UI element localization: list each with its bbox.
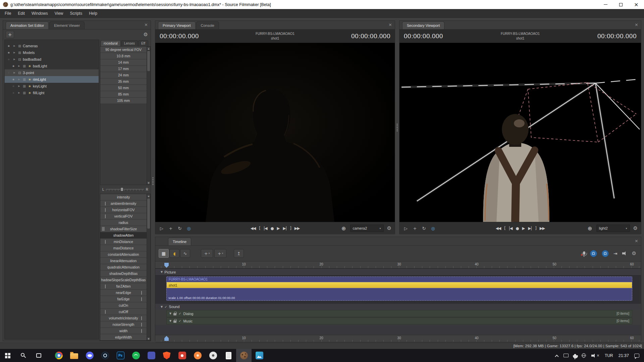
spotify-icon[interactable]: [128, 349, 144, 362]
secondary-viewport-canvas[interactable]: [399, 43, 641, 222]
play-tool-icon[interactable]: ▷: [159, 226, 165, 231]
camera-selector[interactable]: light2 ▾: [596, 225, 630, 232]
clip-start-button[interactable]: [: [504, 226, 505, 231]
play-tool-icon[interactable]: ▷: [403, 226, 409, 231]
collapse-arrow-icon[interactable]: ▼: [161, 270, 163, 274]
frame-back-button[interactable]: |◀: [509, 226, 513, 231]
expand-arrow-icon[interactable]: ▶: [12, 71, 16, 74]
attribute-slider[interactable]: constantAttenuation: [100, 251, 147, 258]
menu-file[interactable]: File: [1, 9, 14, 17]
sound-track-dialog[interactable]: ▼ ✓ Dialog [0 items]: [166, 310, 632, 317]
steam-icon[interactable]: [97, 349, 113, 362]
lens-preset[interactable]: 105 mm: [100, 98, 147, 104]
maximize-button[interactable]: [613, 0, 629, 9]
gear-icon[interactable]: ⚙: [144, 32, 148, 37]
photos-icon[interactable]: [252, 349, 267, 362]
filmstrip-mode-button[interactable]: ▦: [159, 249, 169, 258]
expand-toggle-icon[interactable]: ⊞: [22, 84, 26, 88]
promote-button[interactable]: ↥: [234, 249, 244, 258]
check-icon[interactable]: ✓: [178, 319, 181, 323]
expand-arrow-icon[interactable]: ▶: [12, 45, 16, 47]
orbit-tool-icon[interactable]: ◎: [186, 226, 192, 231]
discord-icon[interactable]: [82, 349, 97, 362]
play-button[interactable]: ▶: [522, 226, 525, 231]
visibility-eye-icon[interactable]: ◉: [6, 71, 11, 74]
rotate-tool-icon[interactable]: ↻: [421, 226, 427, 231]
attribute-slider[interactable]: cutOff: [100, 309, 147, 315]
attribute-slider[interactable]: farZAtten: [100, 283, 147, 290]
tab-element-viewer[interactable]: Element Viewer: [49, 21, 85, 29]
tab-procedural[interactable]: rocedural: [101, 40, 121, 46]
microphone-icon[interactable]: [583, 251, 585, 256]
timeline-ruler-top[interactable]: 102030405060: [155, 261, 641, 268]
expand-arrow-icon[interactable]: ▶: [12, 51, 16, 54]
scroll-down-icon[interactable]: ▼: [147, 337, 150, 341]
tree-item-rimlight[interactable]: ◉ ▶ ⊞ ☀ rimLight: [5, 76, 99, 83]
frame-back-button[interactable]: |◀: [264, 226, 267, 231]
attribute-slider[interactable]: quadraticAttenuation: [100, 264, 147, 270]
shot-clip[interactable]: shot1: [167, 282, 632, 288]
orange-app-icon[interactable]: [190, 349, 205, 362]
scroll-up-icon[interactable]: ▲: [147, 47, 150, 50]
rewind-button[interactable]: ◀◀: [496, 226, 501, 231]
check-icon[interactable]: ✓: [178, 312, 181, 315]
timeline-ruler-bottom[interactable]: 102030405060: [155, 335, 641, 342]
attribute-slider[interactable]: shadowFilterSize: [100, 226, 147, 232]
sound-track-music[interactable]: ▼ ✓ Music [0 items]: [166, 317, 632, 324]
menu-windows[interactable]: Windows: [28, 9, 51, 17]
language-indicator[interactable]: TUR: [602, 349, 616, 362]
expand-arrow-icon[interactable]: ▶: [17, 65, 21, 67]
attribute-slider[interactable]: noiseStrength: [100, 321, 147, 328]
search-button[interactable]: [15, 349, 31, 362]
close-panel-icon[interactable]: ×: [388, 22, 392, 27]
notepad-icon[interactable]: [221, 349, 236, 362]
graph-mode-button[interactable]: ∿: [180, 249, 190, 258]
record-button[interactable]: ●: [516, 226, 519, 231]
photoshop-icon[interactable]: Ps: [113, 349, 128, 362]
collapse-arrow-icon[interactable]: ▼: [169, 312, 171, 315]
headphones-icon[interactable]: Ω: [590, 250, 597, 257]
menu-view[interactable]: View: [51, 9, 67, 17]
visibility-eye-icon[interactable]: ◉: [6, 45, 11, 47]
expand-toggle-icon[interactable]: ⊟: [17, 58, 22, 61]
menu-edit[interactable]: Edit: [14, 9, 28, 17]
tree-item-keylight[interactable]: ◉ ▶ ⊞ ☀ keyLight: [5, 83, 99, 89]
playhead[interactable]: [164, 263, 169, 268]
expand-arrow-icon[interactable]: ▶: [12, 58, 16, 61]
task-view-button[interactable]: [31, 349, 46, 362]
gear-icon[interactable]: ⚙: [633, 226, 638, 231]
rotate-tool-icon[interactable]: ↻: [177, 226, 183, 231]
menu-scripts[interactable]: Scripts: [67, 9, 86, 17]
attribute-slider[interactable]: verticalFOV: [100, 213, 147, 220]
tab-primary-viewport[interactable]: Primary Viewport: [158, 21, 196, 29]
attribute-slider[interactable]: farEdge: [100, 296, 147, 302]
attribute-slider[interactable]: linearAttenuation: [100, 258, 147, 264]
attribute-scrollbar[interactable]: ▲ ▼: [147, 194, 150, 341]
expand-arrow-icon[interactable]: ▶: [17, 78, 21, 81]
attribute-slider[interactable]: minDistance: [100, 239, 147, 245]
playhead[interactable]: [164, 336, 169, 341]
minimize-button[interactable]: [598, 0, 613, 9]
lens-scrollbar[interactable]: ▲ ▼: [147, 47, 150, 185]
attribute-slider[interactable]: volumetricIntensity: [100, 315, 147, 321]
lens-preset[interactable]: 50 mm: [100, 85, 147, 91]
chrome-icon[interactable]: [51, 349, 66, 362]
attribute-slider[interactable]: nearEdge: [100, 290, 147, 296]
add-keyframe-button[interactable]: +▾: [201, 249, 213, 258]
network-tray-icon[interactable]: [579, 349, 589, 362]
brave-icon[interactable]: [159, 349, 174, 362]
collapse-arrow-icon[interactable]: ▼: [161, 305, 163, 308]
lock-icon[interactable]: [173, 313, 176, 315]
visibility-eye-icon[interactable]: ◉: [11, 65, 16, 67]
visibility-eye-icon[interactable]: ◉: [11, 92, 16, 94]
expand-toggle-icon[interactable]: ⊞: [17, 51, 22, 55]
expand-toggle-icon[interactable]: ⊞: [22, 91, 26, 95]
clip-end-button[interactable]: ]: [290, 226, 291, 231]
tab-secondary-viewport[interactable]: Secondary Viewport: [402, 21, 444, 29]
close-panel-icon[interactable]: ×: [144, 22, 148, 27]
expand-toggle-icon[interactable]: ⊞: [17, 44, 22, 48]
tab-timeline[interactable]: Timeline: [168, 238, 191, 245]
lens-preset[interactable]: 85 mm: [100, 91, 147, 98]
gear-icon[interactable]: ⚙: [632, 251, 636, 256]
expand-toggle-icon[interactable]: ⊞: [22, 64, 26, 68]
